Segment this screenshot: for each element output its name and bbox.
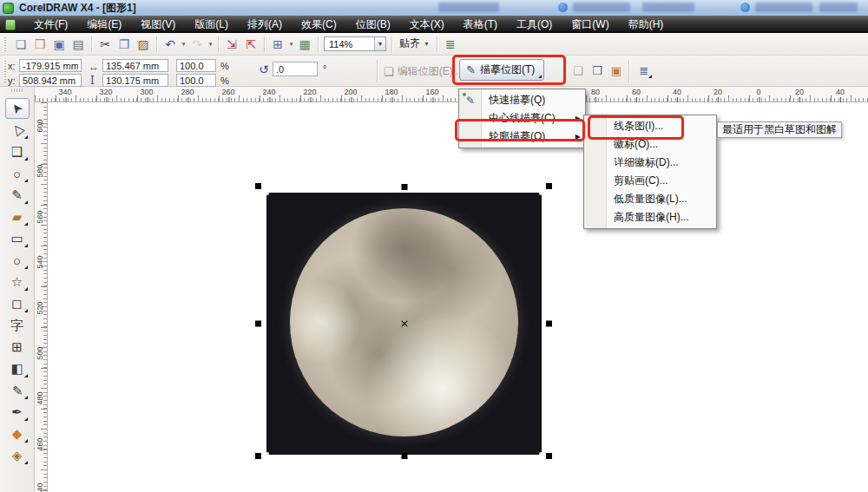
menu-item-text[interactable]: 文本(X): [400, 16, 454, 33]
submenu-item-detailed-logo[interactable]: 详细徽标(D)...: [584, 154, 716, 172]
undo-dropdown-icon[interactable]: ▾: [180, 41, 187, 48]
submenu-item-high-quality-image[interactable]: 高质量图像(H)...: [584, 208, 716, 226]
selection-handle-middle-left[interactable]: [255, 321, 261, 327]
shape-tool[interactable]: ▷: [5, 120, 30, 141]
menu-item-window[interactable]: 窗口(W): [562, 16, 618, 33]
ellipse-tool-icon: ○: [13, 253, 21, 268]
horizontal-ruler[interactable]: 3403203002802602402202001801601401201008…: [35, 87, 868, 102]
outline-pen-tool[interactable]: ✒: [5, 402, 30, 423]
freehand-tool[interactable]: ✎: [5, 185, 30, 206]
application-launcher-dropdown-icon[interactable]: ▾: [287, 41, 295, 48]
crop-tool[interactable]: ❑: [5, 141, 30, 162]
menu-item-effects[interactable]: 效果(C): [292, 16, 346, 33]
selection-handle-top-left[interactable]: [255, 183, 261, 189]
submenu-item-clipart[interactable]: 剪贴画(C)...: [584, 172, 716, 190]
paste-icon[interactable]: ▨: [135, 36, 152, 53]
edit-bitmap-button: ❏ 编辑位图(E)...: [384, 64, 462, 79]
rectangle-tool-icon: ▭: [10, 231, 23, 246]
submenu-item-low-quality-image[interactable]: 低质量图像(L)...: [584, 190, 716, 208]
corel-online-icon[interactable]: ▦: [296, 36, 313, 53]
selection-handle-bottom-middle[interactable]: [401, 453, 407, 459]
menu-item-quick-trace[interactable]: ✎快速描摹(Q): [459, 91, 585, 109]
snap-to-button[interactable]: 贴齐 ▼: [396, 36, 433, 53]
import-icon[interactable]: ⇲: [223, 36, 240, 53]
zoom-tool[interactable]: ○: [5, 163, 30, 184]
menu-item-table[interactable]: 表格(T): [454, 16, 507, 33]
crop-bitmap-button[interactable]: ❒: [589, 62, 606, 79]
menu-item-file[interactable]: 文件(F): [24, 16, 77, 33]
toolbar-grip[interactable]: [3, 36, 9, 53]
censored-block: [755, 3, 812, 12]
document-icon: [5, 19, 16, 30]
selection-center-marker[interactable]: [400, 320, 408, 328]
menu-item-help[interactable]: 帮助(H): [619, 16, 674, 33]
menu-item-bitmaps[interactable]: 位图(B): [346, 16, 400, 33]
scale-horizontal-field[interactable]: [176, 59, 216, 72]
menu-item-view[interactable]: 视图(V): [131, 16, 185, 33]
object-height-field[interactable]: [102, 74, 168, 87]
smart-fill-tool-icon: ▰: [12, 209, 23, 225]
application-launcher-icon[interactable]: ⊞: [269, 36, 286, 53]
copy-icon[interactable]: ❐: [115, 36, 133, 53]
tooltip: 最适用于黑白草图和图解: [717, 121, 842, 138]
print-icon[interactable]: ▤: [69, 36, 87, 53]
selection-handle-middle-right[interactable]: [546, 321, 552, 327]
censored-block: [642, 3, 694, 12]
zoom-level-dropdown-icon[interactable]: ▼: [374, 37, 385, 50]
selection-handle-top-middle[interactable]: [401, 184, 407, 190]
x-position-field[interactable]: [19, 59, 82, 72]
flyout-indicator: [24, 287, 28, 291]
scale-vertical-field[interactable]: [176, 74, 216, 87]
outline-pen-tool-icon: ✒: [11, 404, 23, 420]
open-folder-icon[interactable]: ❒: [31, 36, 49, 53]
selection-handle-top-right[interactable]: [546, 183, 552, 189]
rectangle-tool[interactable]: ▭: [5, 228, 30, 249]
y-position-field[interactable]: [19, 74, 82, 87]
blend-tool[interactable]: ◧: [5, 358, 30, 379]
zoom-level-combobox[interactable]: 114% ▼: [324, 36, 386, 51]
basic-shapes-tool[interactable]: ◻: [5, 293, 30, 314]
blend-tool-icon: ◧: [10, 361, 23, 377]
selected-bitmap-moon[interactable]: [266, 193, 542, 455]
wrap-text-button[interactable]: ≣: [635, 62, 653, 79]
menu-item-layout[interactable]: 版面(L): [185, 16, 238, 33]
bitmap-color-mask-button[interactable]: ▣: [608, 62, 625, 79]
vertical-ruler[interactable]: 600580560540520500480460440: [35, 102, 48, 492]
censored-avatar: [740, 3, 750, 12]
table-tool[interactable]: ⊞: [5, 337, 30, 358]
export-icon[interactable]: ⇱: [242, 36, 260, 53]
edit-bitmap-icon: ❏: [384, 65, 394, 78]
ruler-label: 300: [140, 88, 153, 96]
smart-fill-tool[interactable]: ▰: [5, 207, 30, 227]
menu-item-arrange[interactable]: 排列(A): [238, 16, 292, 33]
ellipse-tool[interactable]: ○: [5, 250, 30, 271]
menu-item-tools[interactable]: 工具(O): [507, 16, 562, 33]
selection-handle-bottom-left[interactable]: [255, 453, 261, 459]
ruler-label: 80: [591, 88, 600, 96]
toolbox-grip[interactable]: [11, 89, 23, 92]
rotation-angle-field[interactable]: [273, 62, 318, 76]
eyedropper-tool[interactable]: ✐: [5, 380, 30, 401]
polygon-tool[interactable]: ☆: [5, 272, 30, 292]
censored-avatar: [558, 3, 568, 12]
separator: [437, 36, 437, 52]
ruler-label: 520: [36, 298, 44, 318]
new-document-icon[interactable]: ❏: [12, 36, 30, 53]
cut-icon[interactable]: ✂: [96, 36, 114, 53]
text-tool[interactable]: 字: [5, 315, 30, 336]
object-width-field[interactable]: [102, 59, 168, 72]
rotation-icon: ↺: [259, 62, 269, 76]
menu-item-edit[interactable]: 编辑(E): [77, 16, 131, 33]
coreldraw-app-icon: [3, 3, 14, 14]
pick-tool[interactable]: ➤: [5, 98, 30, 119]
interactive-fill-tool[interactable]: ◈: [5, 445, 30, 466]
selection-handle-bottom-right[interactable]: [546, 453, 552, 459]
resample-bitmap-button: ❑: [569, 62, 587, 79]
undo-icon[interactable]: ↶: [161, 36, 179, 53]
save-icon[interactable]: ▣: [50, 36, 68, 53]
fill-tool[interactable]: ◆: [5, 423, 30, 444]
options-button[interactable]: ≣: [442, 36, 459, 53]
table-tool-icon: ⊞: [11, 339, 23, 355]
x-label: x:: [8, 61, 16, 71]
percent-sign: %: [220, 75, 229, 86]
